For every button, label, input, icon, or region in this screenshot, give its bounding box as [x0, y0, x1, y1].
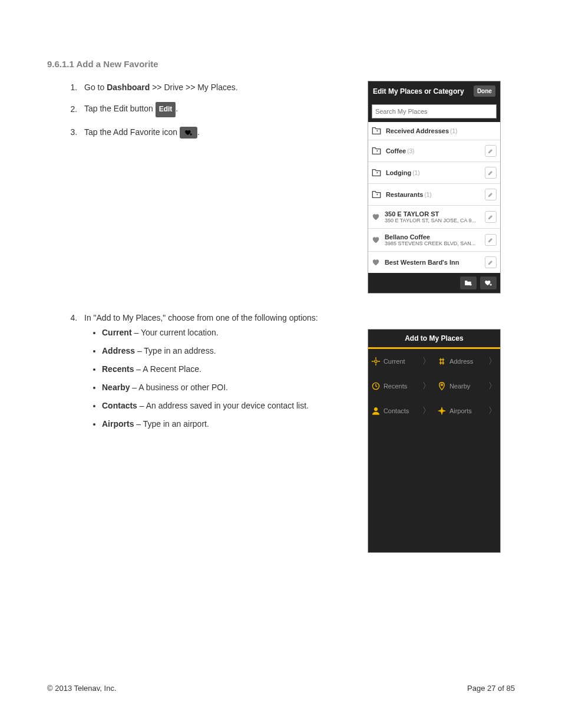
- edit-place-button[interactable]: [485, 211, 497, 223]
- step-3: Tap the Add Favorite icon .: [80, 126, 353, 139]
- step-3-post: .: [197, 127, 200, 137]
- edit-category-button[interactable]: [485, 189, 497, 200]
- option-nearby[interactable]: Nearby 〉: [434, 374, 500, 398]
- pencil-icon: [488, 192, 494, 197]
- option-name: Nearby: [102, 383, 130, 392]
- airports-icon: [438, 407, 446, 415]
- option-desc: – A business or other POI.: [130, 383, 228, 392]
- category-row[interactable]: Coffee (3): [368, 140, 500, 162]
- category-label: Restaurants: [386, 191, 424, 198]
- category-count: (1): [450, 128, 457, 134]
- option-name: Current: [102, 328, 132, 337]
- edit-my-places-screenshot: Edit My Places or Category Done Received…: [368, 81, 501, 294]
- step-1-post: >> Drive >> My Places.: [150, 83, 237, 92]
- step-1-bold: Dashboard: [107, 83, 150, 92]
- step-4: In "Add to My Places," choose from one o…: [80, 311, 353, 430]
- place-address: 350 E TAYLOR ST, SAN JOSE, CA 9...: [385, 218, 485, 223]
- options-list: Current – Your current location.Address …: [84, 327, 353, 430]
- chevron-right-icon: 〉: [488, 356, 497, 367]
- chevron-right-icon: 〉: [488, 381, 497, 391]
- add-favorite-icon-chip: [180, 127, 197, 139]
- category-row[interactable]: Received Addresses (1): [368, 122, 500, 140]
- option-label: Nearby: [449, 383, 470, 390]
- address-icon: [438, 357, 446, 365]
- steps-list: Go to Dashboard >> Drive >> My Places. T…: [47, 81, 353, 139]
- step4-column: In "Add to My Places," choose from one o…: [47, 311, 353, 439]
- option-item: Airports – Type in an airport.: [102, 418, 353, 430]
- category-label: Coffee: [386, 147, 406, 154]
- add-to-my-places-screenshot: Add to My Places Current 〉 Address 〉 Rec…: [368, 329, 501, 553]
- steps-list-2: In "Add to My Places," choose from one o…: [47, 311, 353, 430]
- option-name: Contacts: [102, 401, 137, 410]
- chevron-right-icon: 〉: [422, 406, 431, 416]
- heart-icon: [372, 213, 380, 220]
- phone1-header: Edit My Places or Category Done: [368, 81, 500, 101]
- category-row[interactable]: Lodging (1): [368, 162, 500, 184]
- option-desc: – An address saved in your device contac…: [137, 401, 309, 410]
- option-name: Address: [102, 346, 135, 355]
- option-desc: – A Recent Place.: [134, 364, 201, 374]
- recents-icon: [372, 382, 380, 390]
- nearby-icon: [438, 382, 446, 390]
- place-row[interactable]: Best Western Bard's Inn: [368, 252, 500, 273]
- step-1-pre: Go to: [84, 83, 107, 92]
- option-name: Airports: [102, 419, 134, 429]
- edit-place-button[interactable]: [485, 256, 497, 268]
- option-desc: – Type in an address.: [135, 346, 216, 355]
- category-row[interactable]: Restaurants (1): [368, 184, 500, 206]
- heart-icon: [372, 236, 380, 243]
- folder-icon: [372, 127, 381, 135]
- category-label: Received Addresses: [386, 127, 449, 134]
- step-3-pre: Tap the Add Favorite icon: [84, 127, 180, 137]
- pencil-icon: [488, 214, 494, 220]
- option-label: Recents: [384, 383, 407, 390]
- edit-place-button[interactable]: [485, 234, 497, 246]
- category-label: Lodging: [386, 169, 411, 176]
- folder-icon: [372, 147, 381, 155]
- chevron-right-icon: 〉: [422, 381, 431, 391]
- step-2-pre: Tap the Edit button: [84, 104, 156, 114]
- add-folder-button[interactable]: [460, 276, 477, 289]
- step-4-text: In "Add to My Places," choose from one o…: [84, 313, 318, 322]
- category-count: (1): [424, 192, 431, 198]
- option-item: Nearby – A business or other POI.: [102, 381, 353, 394]
- copyright: © 2013 Telenav, Inc.: [47, 684, 117, 693]
- heart-plus-icon: [484, 279, 492, 286]
- step-2: Tap the Edit button Edit.: [80, 102, 353, 117]
- edit-category-button[interactable]: [485, 167, 497, 179]
- edit-category-button[interactable]: [485, 145, 497, 157]
- category-count: (1): [412, 170, 419, 176]
- current-icon: [372, 357, 380, 365]
- option-desc: – Type in an airport.: [134, 419, 209, 429]
- pencil-icon: [488, 259, 494, 265]
- contacts-icon: [372, 407, 380, 415]
- options-grid: Current 〉 Address 〉 Recents 〉 Nearby 〉 C…: [368, 349, 500, 423]
- option-label: Contacts: [384, 407, 409, 414]
- chevron-right-icon: 〉: [422, 356, 431, 367]
- option-airports[interactable]: Airports 〉: [434, 398, 500, 423]
- done-button[interactable]: Done: [474, 85, 495, 97]
- place-row[interactable]: 350 E TAYLOR ST 350 E TAYLOR ST, SAN JOS…: [368, 206, 500, 229]
- phone2-title: Add to My Places: [368, 330, 500, 347]
- add-favorite-button[interactable]: [480, 276, 497, 289]
- option-recents[interactable]: Recents 〉: [368, 374, 434, 398]
- folder-plus-icon: [464, 279, 472, 286]
- place-text: Bellano Coffee 3985 STEVENS CREEK BLVD, …: [385, 233, 485, 246]
- option-label: Airports: [449, 407, 472, 414]
- step-1: Go to Dashboard >> Drive >> My Places.: [80, 81, 353, 94]
- pencil-icon: [488, 148, 494, 154]
- search-input[interactable]: [372, 104, 497, 118]
- step-2-post: .: [176, 104, 178, 114]
- place-name: 350 E TAYLOR ST: [385, 210, 485, 218]
- option-contacts[interactable]: Contacts 〉: [368, 398, 434, 423]
- option-item: Contacts – An address saved in your devi…: [102, 400, 353, 412]
- option-current[interactable]: Current 〉: [368, 349, 434, 374]
- pencil-icon: [488, 170, 494, 176]
- option-desc: – Your current location.: [132, 328, 219, 337]
- option-address[interactable]: Address 〉: [434, 349, 500, 374]
- page-footer: © 2013 Telenav, Inc. Page 27 of 85: [47, 684, 515, 693]
- phone1-footer: [368, 273, 500, 293]
- heart-plus-icon: [184, 129, 193, 136]
- folder-icon: [372, 169, 381, 177]
- place-row[interactable]: Bellano Coffee 3985 STEVENS CREEK BLVD, …: [368, 229, 500, 252]
